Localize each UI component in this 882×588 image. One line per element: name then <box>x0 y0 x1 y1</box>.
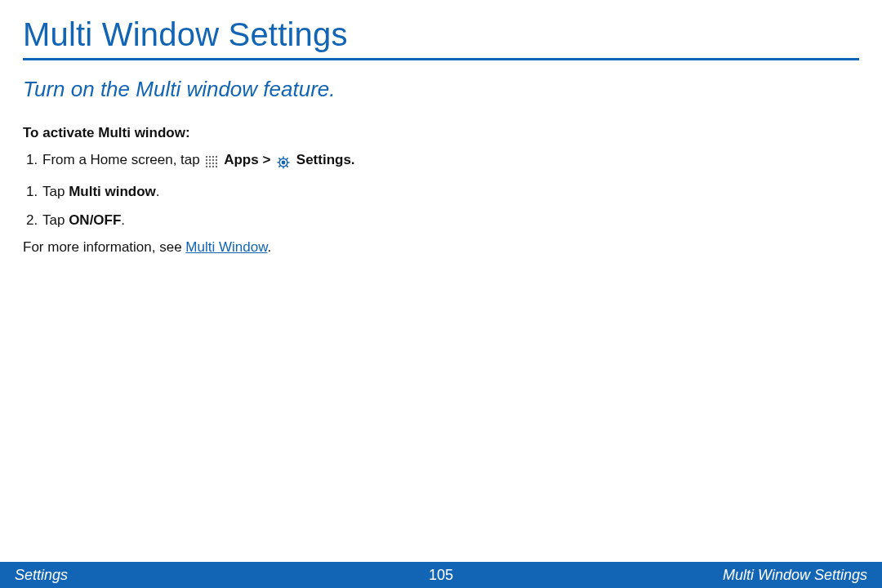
section-heading: To activate Multi window: <box>23 125 859 141</box>
svg-point-16 <box>282 161 286 165</box>
page-subtitle: Turn on the Multi window feature. <box>23 77 859 102</box>
svg-point-6 <box>212 159 214 161</box>
svg-point-15 <box>216 166 217 167</box>
svg-point-14 <box>212 166 214 167</box>
svg-point-10 <box>212 163 214 164</box>
breadcrumb-separator: > <box>259 152 274 167</box>
footer-page-number: 105 <box>429 567 453 584</box>
step-bold: ON/OFF <box>69 212 121 228</box>
apps-grid-icon <box>205 152 218 173</box>
multi-window-link[interactable]: Multi Window <box>185 239 267 255</box>
footer-right: Multi Window Settings <box>453 567 867 584</box>
svg-point-12 <box>206 166 207 167</box>
footer-left: Settings <box>15 567 429 584</box>
more-info-prefix: For more information, see <box>23 239 185 255</box>
step-3: 2.Tap ON/OFF. <box>26 210 859 231</box>
svg-point-9 <box>209 163 211 164</box>
more-info-suffix: . <box>268 239 272 255</box>
svg-line-25 <box>287 158 288 159</box>
svg-point-0 <box>206 156 207 158</box>
svg-point-1 <box>209 156 211 158</box>
svg-line-24 <box>278 166 280 167</box>
step-suffix: . <box>121 212 125 228</box>
step-text: Tap <box>42 212 69 228</box>
step-bold: Multi window <box>69 184 156 199</box>
step-suffix: . <box>156 184 160 199</box>
step-number: 1. <box>26 149 42 171</box>
settings-label: Settings. <box>296 152 355 167</box>
page-title: Multi Window Settings <box>23 16 859 60</box>
svg-point-2 <box>212 156 214 158</box>
step-text: From a Home screen, tap <box>42 152 203 167</box>
svg-point-3 <box>216 156 217 158</box>
step-2: 1.Tap Multi window. <box>26 181 859 203</box>
svg-point-7 <box>216 159 217 161</box>
step-number: 1. <box>26 181 42 203</box>
svg-line-22 <box>278 158 280 159</box>
page-footer: Settings 105 Multi Window Settings <box>0 562 882 588</box>
svg-point-8 <box>206 163 207 164</box>
step-1: 1.From a Home screen, tap Apps > Setting… <box>26 149 859 173</box>
step-number: 2. <box>26 210 42 231</box>
step-text: Tap <box>42 184 69 199</box>
more-info-line: For more information, see Multi Window. <box>23 239 859 256</box>
apps-label: Apps <box>224 152 259 167</box>
svg-point-5 <box>209 159 211 161</box>
steps-list: 1.From a Home screen, tap Apps > Setting… <box>26 149 859 231</box>
settings-gear-icon <box>276 152 291 173</box>
svg-point-13 <box>209 166 211 167</box>
svg-point-11 <box>216 163 217 164</box>
svg-line-23 <box>287 166 288 167</box>
svg-point-4 <box>206 159 207 161</box>
